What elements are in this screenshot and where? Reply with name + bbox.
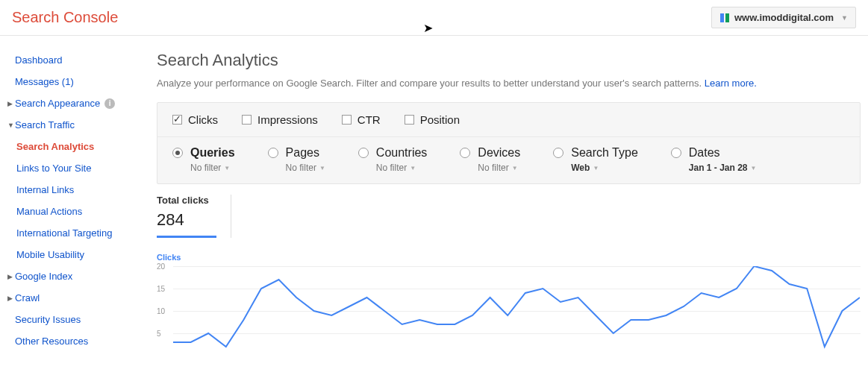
svg-rect-1 <box>725 13 729 22</box>
dimension-countries[interactable]: Countries No filter▼ <box>358 146 427 173</box>
filter-dropdown[interactable]: Jan 1 - Jan 28▼ <box>689 163 757 173</box>
dimension-pages[interactable]: Pages No filter▼ <box>268 146 325 173</box>
sidebar-item-manual-actions[interactable]: Manual Actions <box>0 201 149 222</box>
chevron-down-icon: ▼ <box>512 165 518 171</box>
filter-dropdown[interactable]: No filter▼ <box>478 163 520 173</box>
sidebar-item-dashboard[interactable]: Dashboard <box>0 49 149 71</box>
y-tick-label: 15 <box>157 285 165 293</box>
filter-dropdown[interactable]: Web▼ <box>571 163 638 173</box>
radio-icon <box>358 148 369 158</box>
chevron-down-icon: ▼ <box>7 122 13 129</box>
filter-dropdown[interactable]: No filter▼ <box>376 163 427 173</box>
sidebar-item-search-appearance[interactable]: ▶Search Appearancei <box>0 92 149 114</box>
sidebar-item-google-index[interactable]: ▶Google Index <box>0 265 149 287</box>
sidebar-item-intl-targeting[interactable]: International Targeting <box>0 222 149 244</box>
radio-icon <box>268 148 278 158</box>
sidebar-item-security-issues[interactable]: Security Issues <box>0 309 149 330</box>
sidebar-item-internal-links[interactable]: Internal Links <box>0 179 149 201</box>
app-header: Search Console www.imoddigital.com ▼ <box>0 0 868 36</box>
page-title: Search Analytics <box>157 51 861 70</box>
checkbox-icon <box>405 115 414 125</box>
sidebar-item-search-analytics[interactable]: Search Analytics <box>0 136 149 157</box>
total-clicks: Total clicks 284 <box>157 195 231 238</box>
checkbox-icon <box>242 115 252 125</box>
chevron-down-icon: ▼ <box>319 165 325 171</box>
site-name: www.imoddigital.com <box>734 12 834 23</box>
sidebar-item-search-traffic[interactable]: ▼Search Traffic <box>0 114 149 136</box>
filter-dropdown[interactable]: No filter▼ <box>286 163 325 173</box>
radio-icon <box>553 148 563 158</box>
chevron-right-icon: ▶ <box>7 295 13 302</box>
sidebar: Dashboard Messages (1) ▶Search Appearanc… <box>0 36 149 384</box>
chart-legend: Clicks <box>157 253 861 262</box>
site-icon <box>719 13 730 23</box>
info-icon: i <box>104 98 115 109</box>
chart-area: 5101520 <box>157 266 861 356</box>
brand-title: Search Console <box>12 9 118 26</box>
chevron-down-icon: ▼ <box>751 165 757 171</box>
sidebar-item-links-to-site[interactable]: Links to Your Site <box>0 157 149 179</box>
site-selector[interactable]: www.imoddigital.com ▼ <box>711 7 856 28</box>
metric-impressions[interactable]: Impressions <box>242 113 318 126</box>
sidebar-item-messages[interactable]: Messages (1) <box>0 71 149 92</box>
chevron-down-icon: ▼ <box>224 165 230 171</box>
y-tick-label: 20 <box>157 262 165 271</box>
radio-icon <box>460 148 470 158</box>
svg-rect-0 <box>720 13 724 22</box>
page-subtitle: Analyze your performance on Google Searc… <box>157 78 861 89</box>
chevron-down-icon: ▼ <box>593 165 599 171</box>
dimensions-row: Queries No filter▼ Pages No filter▼ Coun… <box>157 137 860 183</box>
radio-icon <box>671 148 681 158</box>
chevron-right-icon: ▶ <box>7 273 13 280</box>
filters-panel: Clicks Impressions CTR Position Queries … <box>157 102 861 184</box>
chevron-right-icon: ▶ <box>7 100 13 107</box>
sidebar-item-crawl[interactable]: ▶Crawl <box>0 287 149 309</box>
sidebar-item-other-resources[interactable]: Other Resources <box>0 330 149 352</box>
sidebar-item-mobile-usability[interactable]: Mobile Usability <box>0 244 149 265</box>
radio-icon <box>172 148 183 158</box>
totals-row: Total clicks 284 <box>157 195 861 238</box>
dimension-search-type[interactable]: Search Type Web▼ <box>553 146 638 173</box>
chart: Clicks 5101520 <box>157 253 861 356</box>
main-content: Search Analytics Analyze your performanc… <box>149 36 868 384</box>
metrics-row: Clicks Impressions CTR Position <box>157 103 860 137</box>
dimension-dates[interactable]: Dates Jan 1 - Jan 28▼ <box>671 146 757 173</box>
y-tick-label: 10 <box>157 307 165 315</box>
learn-more-link[interactable]: Learn more. <box>705 78 757 89</box>
chevron-down-icon: ▼ <box>841 14 848 22</box>
filter-dropdown[interactable]: No filter▼ <box>190 163 235 173</box>
y-tick-label: 5 <box>157 330 161 338</box>
chevron-down-icon: ▼ <box>410 165 416 171</box>
dimension-queries[interactable]: Queries No filter▼ <box>172 146 235 173</box>
metric-clicks[interactable]: Clicks <box>172 113 218 126</box>
dimension-devices[interactable]: Devices No filter▼ <box>460 146 520 173</box>
metric-ctr[interactable]: CTR <box>342 113 381 126</box>
checkbox-icon <box>342 115 352 125</box>
checkbox-icon <box>172 115 182 125</box>
metric-position[interactable]: Position <box>405 113 460 126</box>
